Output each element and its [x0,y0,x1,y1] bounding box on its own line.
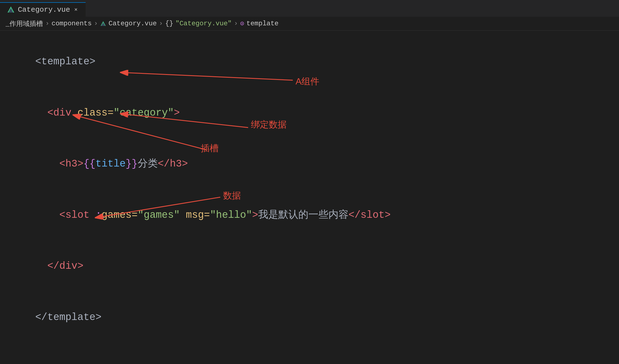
token-category-val: "category" [113,107,174,119]
token-slot-open-bracket: <slot [59,209,96,221]
code-editor: <template> <div class="category"> <h3>{{… [0,31,619,364]
breadcrumb-category-string: "Category.vue" [175,20,232,27]
token-colon: : [95,209,101,221]
breadcrumb-workspace: _作用域插槽 [6,19,43,28]
breadcrumb-sep-3: › [159,20,163,27]
token-games-val: "games" [138,209,180,221]
token-slot-bracket-close: > [252,209,258,221]
token-indent-4 [35,209,59,221]
tab-close-button[interactable]: × [73,7,79,13]
code-line-5: </div> [11,241,608,292]
token-div-end: </div> [47,260,84,272]
breadcrumb-braces: {} [165,20,173,27]
token-default-content: 我是默认的一些内容 [258,209,349,221]
breadcrumb-category-vue: Category.vue [108,20,157,27]
breadcrumb-template-label: template [246,20,279,27]
token-space [180,209,186,221]
token-div-open: <div [47,107,78,119]
breadcrumb-vue-icon [100,20,106,27]
token-h3-open: <h3> [59,158,83,170]
token-games-attr: games= [101,209,138,221]
token-template-open: <template> [35,56,95,67]
tab-bar: Category.vue × [0,0,619,17]
token-class-attr: class= [78,107,114,119]
code-line-6: </template> [11,292,608,343]
token-slot-close: </slot> [349,209,391,221]
token-h3-close: </h3> [158,158,188,170]
code-line-8: <script> [11,360,608,364]
breadcrumb-sep-4: › [234,20,238,27]
tab-category-vue[interactable]: Category.vue × [0,2,86,17]
tab-filename: Category.vue [18,6,70,14]
breadcrumb-components: components [52,20,92,27]
breadcrumb-template-icon: ⊙ [240,19,244,28]
token-fenlei: 分类 [138,158,158,170]
token-msg-attr: msg= [186,209,210,221]
token-indent-3 [35,158,59,170]
token-indent-5 [35,260,47,272]
breadcrumb-sep-2: › [94,20,98,27]
code-line-2: <div class="category"> [11,87,608,139]
token-template-close: </template> [35,312,101,323]
token-div-close-bracket: > [174,107,180,119]
breadcrumb-sep-1: › [45,20,49,27]
token-mustache-open: {{ [83,158,95,170]
token-hello-val: "hello" [210,209,252,221]
code-line-1: <template> [11,36,608,87]
code-line-7 [11,343,608,360]
code-line-3: <h3>{{title}}分类</h3> [11,138,608,190]
code-line-4: <slot :games="games" msg="hello">我是默认的一些… [11,190,608,241]
token-indent-2 [35,107,47,119]
token-mustache-close: }} [126,158,138,170]
vue-file-icon [7,6,15,14]
token-title-var: title [95,158,125,170]
breadcrumb: _作用域插槽 › components › Category.vue › {} … [0,17,619,31]
